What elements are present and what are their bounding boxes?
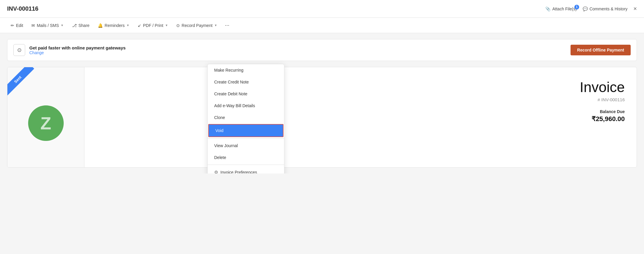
balance-due-amount: ₹25,960.00 bbox=[592, 115, 625, 123]
bell-icon: 🔔 bbox=[98, 23, 103, 28]
invoice-right-panel: Invoice # INV-000116 Balance Due ₹25,960… bbox=[84, 67, 637, 167]
invoice-number: # INV-000116 bbox=[597, 97, 625, 102]
dropdown-item-label: Add e-Way Bill Details bbox=[214, 103, 255, 108]
banner-change-link[interactable]: Change bbox=[29, 50, 126, 55]
banner-left: ⊙ Get paid faster with online payment ga… bbox=[13, 44, 126, 56]
chevron-down-icon: ▼ bbox=[126, 24, 129, 27]
dropdown-item-create-debit-note[interactable]: Create Debit Note bbox=[208, 88, 284, 100]
edit-button[interactable]: ✏ Edit bbox=[7, 21, 27, 30]
dropdown-item-label: Create Credit Note bbox=[214, 80, 249, 84]
pdf-icon: ↙ bbox=[138, 23, 141, 28]
dropdown-item-delete[interactable]: Delete bbox=[208, 152, 284, 163]
share-button[interactable]: ⎇ Share bbox=[68, 21, 93, 30]
close-button[interactable]: × bbox=[633, 5, 637, 12]
toolbar: ✏ Edit ✉ Mails / SMS ▼ ⎇ Share 🔔 Reminde… bbox=[0, 18, 644, 33]
pdf-print-button[interactable]: ↙ PDF / Print ▼ bbox=[134, 21, 172, 30]
top-bar: INV-000116 📎 Attach File(s) 1 💬 Comments… bbox=[0, 0, 644, 18]
dropdown-item-label: Invoice Preferences bbox=[220, 170, 257, 173]
company-logo: Z bbox=[28, 105, 64, 141]
mail-icon: ✉ bbox=[31, 23, 35, 28]
pencil-icon: ✏ bbox=[11, 23, 14, 28]
invoice-preferences-icon: ⚙ bbox=[214, 170, 218, 173]
comment-icon: 💬 bbox=[583, 7, 588, 11]
attach-files-button[interactable]: 📎 Attach File(s) 1 bbox=[545, 7, 576, 11]
invoice-title: Invoice bbox=[580, 79, 625, 95]
balance-due-label: Balance Due bbox=[600, 109, 625, 114]
banner-title: Get paid faster with online payment gate… bbox=[29, 45, 126, 50]
chevron-down-icon: ▼ bbox=[165, 24, 168, 27]
dropdown-item-label: Delete bbox=[214, 155, 226, 160]
sent-ribbon: Sent bbox=[7, 67, 34, 96]
payment-gateway-icon: ⊙ bbox=[13, 44, 25, 56]
invoice-preview: Sent Z Invoice # INV-000116 Balance Due … bbox=[7, 67, 637, 168]
comments-history-button[interactable]: 💬 Comments & History bbox=[583, 7, 627, 11]
paperclip-icon: 📎 bbox=[545, 7, 550, 11]
dropdown-item-label: View Journal bbox=[214, 143, 238, 148]
dropdown-item-clone[interactable]: Clone bbox=[208, 112, 284, 123]
chevron-down-icon: ▼ bbox=[61, 24, 64, 27]
dropdown-divider bbox=[208, 138, 284, 139]
record-payment-button[interactable]: ⊙ Record Payment ▼ bbox=[173, 21, 221, 30]
dropdown-item-make-recurring[interactable]: Make Recurring bbox=[208, 64, 284, 76]
attach-badge: 1 bbox=[574, 5, 579, 9]
share-icon: ⎇ bbox=[72, 23, 77, 28]
dropdown-divider bbox=[208, 165, 284, 165]
record-offline-payment-button[interactable]: Record Offline Payment bbox=[571, 45, 631, 55]
invoice-left-panel: Sent Z bbox=[7, 67, 84, 167]
dropdown-item-invoice-preferences[interactable]: ⚙Invoice Preferences bbox=[208, 166, 284, 173]
more-options-button[interactable]: ··· bbox=[222, 20, 232, 30]
page-title: INV-000116 bbox=[7, 5, 39, 12]
dropdown-item-label: Clone bbox=[214, 115, 225, 120]
dropdown-menu: Make RecurringCreate Credit NoteCreate D… bbox=[207, 64, 284, 173]
chevron-down-icon: ▼ bbox=[214, 24, 217, 27]
payment-banner: ⊙ Get paid faster with online payment ga… bbox=[7, 39, 637, 61]
payment-icon: ⊙ bbox=[176, 23, 180, 28]
dropdown-item-label: Create Debit Note bbox=[214, 91, 247, 96]
dropdown-item-view-journal[interactable]: View Journal bbox=[208, 140, 284, 152]
top-bar-actions: 📎 Attach File(s) 1 💬 Comments & History … bbox=[545, 5, 637, 12]
main-content: ⊙ Get paid faster with online payment ga… bbox=[0, 33, 644, 173]
dropdown-item-add-eway-bill[interactable]: Add e-Way Bill Details bbox=[208, 100, 284, 112]
reminders-button[interactable]: 🔔 Reminders ▼ bbox=[94, 21, 133, 30]
dropdown-item-create-credit-note[interactable]: Create Credit Note bbox=[208, 76, 284, 88]
dropdown-item-label: Void bbox=[215, 128, 223, 133]
dropdown-item-label: Make Recurring bbox=[214, 68, 243, 73]
dropdown-item-void[interactable]: Void bbox=[208, 124, 283, 137]
mails-sms-button[interactable]: ✉ Mails / SMS ▼ bbox=[28, 21, 67, 30]
